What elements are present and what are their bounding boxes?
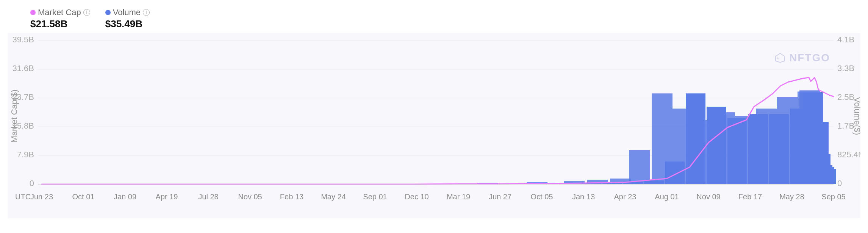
svg-text:Jan 09: Jan 09 — [114, 193, 136, 201]
svg-rect-58 — [816, 169, 836, 184]
chart-svg: 39.5B 31.6B 23.7B 15.8B 7.9B 0 Market Ca… — [8, 33, 860, 218]
svg-text:31.6B: 31.6B — [13, 64, 34, 73]
svg-text:1.7B: 1.7B — [837, 121, 854, 130]
svg-text:3.3B: 3.3B — [837, 64, 854, 73]
svg-text:Jan 13: Jan 13 — [572, 193, 595, 201]
svg-text:7.9B: 7.9B — [17, 150, 34, 159]
svg-text:Oct 01: Oct 01 — [72, 193, 95, 201]
svg-rect-28 — [629, 150, 650, 184]
svg-text:Sep 05: Sep 05 — [821, 193, 845, 201]
svg-rect-49 — [727, 118, 747, 184]
market-cap-label: Market Cap — [38, 8, 81, 17]
volume-info-icon[interactable]: i — [143, 9, 150, 16]
volume-label: Volume — [113, 8, 141, 17]
svg-text:Volume($): Volume($) — [852, 97, 860, 135]
legend: Market Cap i $21.58B Volume i $35.49B — [8, 8, 860, 30]
svg-text:Feb 17: Feb 17 — [738, 193, 762, 201]
svg-text:39.5B: 39.5B — [13, 35, 34, 44]
svg-rect-46 — [665, 162, 685, 184]
svg-text:Mar 19: Mar 19 — [447, 193, 470, 201]
svg-text:Apr 19: Apr 19 — [156, 193, 178, 201]
volume-value: $35.49B — [105, 18, 150, 30]
svg-rect-48 — [707, 107, 726, 184]
svg-text:825.4M: 825.4M — [837, 150, 860, 159]
market-cap-legend: Market Cap i $21.58B — [30, 8, 90, 30]
svg-text:0: 0 — [837, 179, 842, 188]
svg-rect-50 — [748, 114, 768, 184]
chart-area: N NFTGO 39.5B 31.6B 23.7B 15.8B 7.9B 0 M… — [8, 33, 860, 218]
svg-text:Nov 05: Nov 05 — [238, 193, 262, 201]
svg-text:Oct 05: Oct 05 — [531, 193, 553, 201]
svg-text:Apr 23: Apr 23 — [614, 193, 637, 201]
svg-text:May 28: May 28 — [779, 193, 804, 201]
nftgo-logo-icon: N — [774, 52, 786, 64]
volume-legend: Volume i $35.49B — [105, 8, 150, 30]
volume-dot — [105, 10, 111, 15]
svg-text:2.5B: 2.5B — [837, 92, 854, 102]
market-cap-dot — [30, 10, 36, 15]
svg-text:Jun 27: Jun 27 — [489, 193, 511, 201]
svg-rect-45 — [644, 180, 664, 184]
svg-text:Jun 23: Jun 23 — [30, 193, 53, 201]
market-cap-info-icon[interactable]: i — [83, 9, 90, 16]
svg-text:Market Cap($): Market Cap($) — [9, 90, 19, 143]
svg-text:Feb 13: Feb 13 — [280, 193, 303, 201]
svg-text:N: N — [777, 57, 780, 60]
svg-text:Nov 09: Nov 09 — [696, 193, 720, 201]
svg-text:Sep 01: Sep 01 — [363, 193, 387, 201]
chart-container: Market Cap i $21.58B Volume i $35.49B N … — [0, 0, 868, 233]
svg-rect-47 — [686, 93, 705, 184]
svg-rect-51 — [769, 114, 789, 184]
watermark: N NFTGO — [774, 52, 830, 64]
svg-text:Aug 01: Aug 01 — [655, 193, 679, 201]
svg-text:May 24: May 24 — [321, 193, 346, 201]
market-cap-value: $21.58B — [30, 18, 90, 30]
svg-text:Jul 28: Jul 28 — [198, 193, 218, 201]
svg-text:Dec 10: Dec 10 — [405, 193, 429, 201]
svg-text:4.1B: 4.1B — [837, 35, 854, 44]
svg-text:UTC: UTC — [15, 193, 31, 201]
svg-text:0: 0 — [30, 179, 34, 188]
